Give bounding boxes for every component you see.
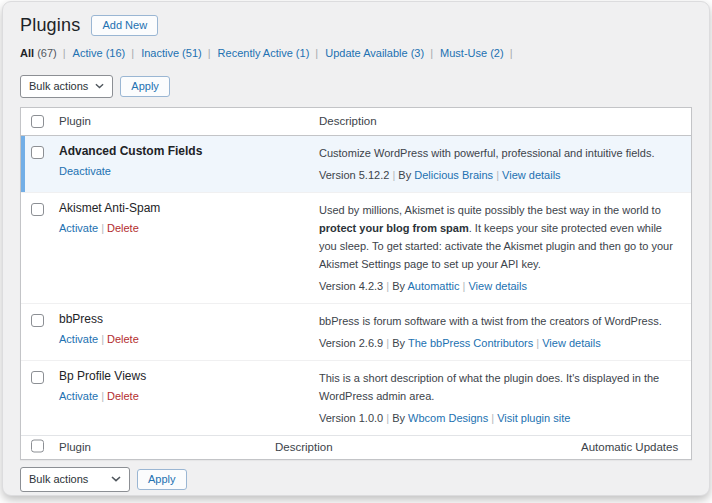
plugin-row-bbpress: bbPress Activate|Delete bbPress is forum…: [21, 303, 691, 360]
plugin-row-bp-profile-views: Bp Profile Views Activate|Delete This is…: [21, 360, 691, 435]
row-checkbox[interactable]: [31, 146, 44, 159]
footer-column-description: Description: [275, 441, 333, 453]
select-all-checkbox[interactable]: [31, 115, 44, 128]
plugin-row-advanced-custom-fields: Advanced Custom Fields Deactivate Custom…: [21, 136, 691, 192]
plugin-name: bbPress: [59, 312, 319, 328]
plugin-name: Bp Profile Views: [59, 369, 319, 385]
footer-column-automatic-updates: Automatic Updates: [581, 441, 678, 453]
add-new-button[interactable]: Add New: [91, 15, 158, 36]
author-link[interactable]: Delicious Brains: [414, 169, 493, 181]
column-header-description: Description: [319, 115, 691, 127]
column-header-plugin: Plugin: [59, 115, 319, 127]
filter-recently-active: Recently Active (1)|: [218, 47, 323, 59]
chevron-down-icon: [95, 83, 104, 89]
filter-recently-active-link[interactable]: Recently Active (1): [218, 47, 310, 59]
view-details-link[interactable]: View details: [502, 169, 561, 181]
author-link[interactable]: Automattic: [408, 280, 460, 292]
plugin-meta: Version 5.12.2 | By Delicious Brains | V…: [319, 167, 679, 183]
footer-column-plugin: Plugin: [59, 441, 91, 453]
row-checkbox[interactable]: [31, 371, 44, 384]
plugin-description: bbPress is forum software with a twist f…: [319, 312, 679, 330]
filter-must-use-link[interactable]: Must-Use (2): [440, 47, 504, 59]
filter-must-use: Must-Use (2)|: [440, 47, 516, 59]
plugins-page-card: Plugins Add New All (67)| Active (16)| I…: [2, 1, 710, 496]
plugin-description: Customize WordPress with powerful, profe…: [319, 144, 679, 162]
activate-link[interactable]: Activate: [59, 222, 98, 234]
filter-all-link[interactable]: All (67): [20, 47, 57, 59]
bulk-actions-select-bottom[interactable]: Bulk actions: [20, 467, 130, 492]
author-link[interactable]: The bbPress Contributors: [408, 337, 533, 349]
table-footer-row: Plugin Description Automatic Updates: [21, 435, 691, 459]
filter-update-available-link[interactable]: Update Available (3): [325, 47, 424, 59]
filter-update-available: Update Available (3)|: [325, 47, 437, 59]
filter-separator: |: [131, 47, 134, 59]
filter-inactive: Inactive (51)|: [141, 47, 214, 59]
plugin-meta: Version 1.0.0 | By Wbcom Designs | Visit…: [319, 410, 679, 426]
filter-inactive-link[interactable]: Inactive (51): [141, 47, 202, 59]
author-link[interactable]: Wbcom Designs: [408, 412, 488, 424]
delete-link[interactable]: Delete: [107, 222, 139, 234]
view-details-link[interactable]: View details: [468, 280, 527, 292]
apply-button-bottom[interactable]: Apply: [137, 469, 187, 490]
row-checkbox[interactable]: [31, 314, 44, 327]
plugin-name: Akismet Anti-Spam: [59, 201, 319, 217]
plugin-meta: Version 2.6.9 | By The bbPress Contribut…: [319, 335, 679, 351]
filter-separator: |: [208, 47, 211, 59]
deactivate-link[interactable]: Deactivate: [59, 165, 111, 177]
filter-all: All (67)|: [20, 47, 70, 59]
plugin-row-akismet-anti-spam: Akismet Anti-Spam Activate|Delete Used b…: [21, 192, 691, 303]
plugin-status-filters: All (67)| Active (16)| Inactive (51)| Re…: [20, 45, 692, 62]
apply-button-top[interactable]: Apply: [120, 76, 170, 97]
plugin-name: Advanced Custom Fields: [59, 144, 319, 160]
filter-separator: |: [430, 47, 433, 59]
filter-active: Active (16)|: [73, 47, 138, 59]
filter-active-link[interactable]: Active (16): [73, 47, 126, 59]
chevron-down-icon: [111, 476, 121, 482]
delete-link[interactable]: Delete: [107, 390, 139, 402]
filter-separator: |: [510, 47, 513, 59]
visit-plugin-site-link[interactable]: Visit plugin site: [497, 412, 570, 424]
tablenav-top: Bulk actions Apply: [20, 75, 692, 98]
plugin-description: Used by millions, Akismet is quite possi…: [319, 201, 679, 273]
filter-separator: |: [315, 47, 318, 59]
plugin-description: This is a short description of what the …: [319, 369, 679, 405]
activate-link[interactable]: Activate: [59, 333, 98, 345]
view-details-link[interactable]: View details: [542, 337, 601, 349]
table-header-row: Plugin Description: [21, 108, 691, 136]
page-header: Plugins Add New: [20, 15, 692, 36]
page-title: Plugins: [20, 15, 80, 36]
filter-separator: |: [63, 47, 66, 59]
row-checkbox[interactable]: [31, 203, 44, 216]
plugin-meta: Version 4.2.3 | By Automattic | View det…: [319, 278, 679, 294]
activate-link[interactable]: Activate: [59, 390, 98, 402]
select-all-checkbox-bottom[interactable]: [31, 440, 44, 453]
tablenav-bottom: Bulk actions Apply: [20, 467, 692, 492]
plugins-table: Plugin Description Advanced Custom Field…: [20, 107, 692, 460]
delete-link[interactable]: Delete: [107, 333, 139, 345]
bulk-actions-select-top[interactable]: Bulk actions: [20, 75, 113, 98]
